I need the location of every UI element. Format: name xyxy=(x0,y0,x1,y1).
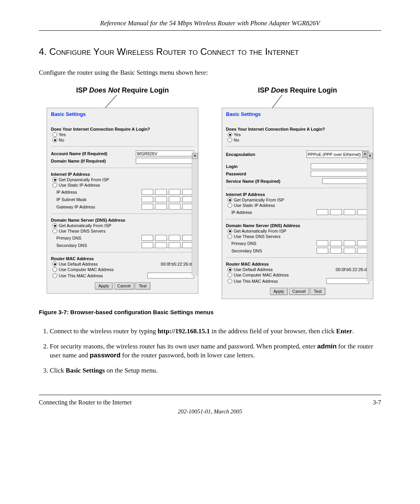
primary-dns-input[interactable]: ... xyxy=(142,235,194,241)
heading-em: Does Not xyxy=(89,86,120,94)
radio-icon xyxy=(52,132,57,137)
text: For security reasons, the wireless route… xyxy=(50,343,317,350)
dns-auto-label: Get Automatically From ISP xyxy=(59,223,111,228)
test-button[interactable]: Test xyxy=(310,288,325,295)
mac-computer-label: Use Computer MAC Address xyxy=(59,267,114,272)
secondary-dns-input[interactable]: ... xyxy=(317,248,369,254)
page-footer: Connecting the Router to the Internet 3-… xyxy=(39,395,381,406)
footer-left: Connecting the Router to the Internet xyxy=(39,399,132,406)
service-name-label: Service Name (If Required) xyxy=(226,179,322,184)
ip-dyn-option[interactable]: Get Dynamically From ISP xyxy=(226,198,369,202)
text: for the router password, both in lower c… xyxy=(121,352,255,359)
divider xyxy=(226,219,369,219)
text: Connect to the wireless router by typing xyxy=(50,327,158,335)
ip-input[interactable]: ... xyxy=(142,189,194,195)
divider xyxy=(51,214,194,214)
mac-this-option[interactable]: Use This MAC Address xyxy=(226,278,369,284)
pointer-wrap xyxy=(47,96,198,108)
service-name-input[interactable] xyxy=(322,178,369,184)
text: Click xyxy=(50,367,66,374)
text: Enter xyxy=(336,327,352,335)
domain-name-label: Domain Name (If Required) xyxy=(51,159,136,163)
password-text: password xyxy=(89,352,120,359)
encapsulation-label: Encapsulation xyxy=(226,152,306,157)
page-header: Reference Manual for the 54 Mbps Wireles… xyxy=(39,19,381,31)
radio-icon xyxy=(228,198,232,202)
test-button[interactable]: Test xyxy=(135,282,150,289)
dns-heading: Domain Name Server (DNS) Address xyxy=(51,218,194,222)
primary-dns-label: Primary DNS xyxy=(231,241,317,246)
ip-address-row: IP Address... xyxy=(226,209,369,215)
dns-these-option[interactable]: Use These DNS Servers xyxy=(226,234,369,239)
mac-computer-option[interactable]: Use Computer MAC Address xyxy=(51,267,194,272)
mac-this-input[interactable] xyxy=(326,278,369,284)
mac-default-option[interactable]: Use Default Address00:0f:b5:22:26:de xyxy=(51,262,194,266)
radio-yes[interactable]: Yes xyxy=(51,132,194,137)
radio-yes-label: Yes xyxy=(234,132,241,137)
section-heading: 4. Configure Your Wireless Router to Con… xyxy=(39,46,381,57)
figure-columns: ISP Does Not Require Login ▲ Basic Setti… xyxy=(39,86,381,299)
radio-yes[interactable]: Yes xyxy=(226,132,369,137)
scroll-up-icon[interactable]: ▲ xyxy=(192,153,198,159)
ip-dyn-option[interactable]: Get Dynamically From ISP xyxy=(51,177,194,182)
radio-icon xyxy=(228,267,232,272)
mac-this-option[interactable]: Use This MAC Address xyxy=(51,273,194,278)
step-1: Connect to the wireless router by typing… xyxy=(50,327,381,336)
radio-icon xyxy=(52,223,57,228)
service-name-row: Service Name (If Required) xyxy=(226,178,369,184)
subnet-input[interactable]: ... xyxy=(142,196,194,202)
secondary-dns-input[interactable]: ... xyxy=(142,242,194,248)
primary-dns-input[interactable]: ... xyxy=(317,240,369,246)
radio-icon xyxy=(228,279,232,284)
panel-title: Basic Settings xyxy=(51,111,194,117)
mac-this-input[interactable] xyxy=(147,273,194,278)
mac-this-label: Use This MAC Address xyxy=(59,273,103,278)
basic-settings-panel-right: ▲ Basic Settings Does Your Internet Conn… xyxy=(222,108,373,299)
radio-icon xyxy=(228,203,232,208)
ip-input[interactable]: ... xyxy=(317,209,369,215)
divider xyxy=(226,146,369,147)
dns-auto-option[interactable]: Get Automatically From ISP xyxy=(226,229,369,233)
panel-title: Basic Settings xyxy=(226,111,369,117)
mac-default-label: Use Default Address xyxy=(59,262,98,266)
section-number: 4. xyxy=(39,46,47,57)
password-input[interactable] xyxy=(311,171,369,177)
dns-these-option[interactable]: Use These DNS Servers xyxy=(51,229,194,233)
scroll-up-icon[interactable]: ▲ xyxy=(367,153,373,159)
ip-static-option[interactable]: Use Static IP Address xyxy=(226,203,369,208)
mac-computer-option[interactable]: Use Computer MAC Address xyxy=(226,273,369,277)
encapsulation-select[interactable]: PPPoE (PPP over Ethernet) ▼ xyxy=(306,150,369,158)
radio-icon xyxy=(52,177,57,182)
mac-default-option[interactable]: Use Default Address00:0f:b5:22:26:de xyxy=(226,267,369,272)
ip-static-option[interactable]: Use Static IP Address xyxy=(51,183,194,187)
account-name-input[interactable] xyxy=(136,150,194,156)
radio-icon xyxy=(52,183,57,187)
divider xyxy=(226,188,369,188)
apply-button[interactable]: Apply xyxy=(95,282,113,289)
domain-name-input[interactable] xyxy=(136,158,194,164)
primary-dns-row: Primary DNS... xyxy=(226,240,369,246)
radio-icon xyxy=(52,229,57,233)
cancel-button[interactable]: Cancel xyxy=(114,282,134,289)
radio-no[interactable]: No xyxy=(226,138,369,142)
steps-list: Connect to the wireless router by typing… xyxy=(39,327,381,375)
radio-no[interactable]: No xyxy=(51,138,194,142)
doc-number: 202-10051-01, March 2005 xyxy=(39,408,381,415)
internet-ip-heading: Internet IP Address xyxy=(226,192,369,197)
scrollbar[interactable]: ▲ xyxy=(192,153,198,276)
divider xyxy=(226,257,369,258)
login-question: Does Your Internet Connection Require A … xyxy=(51,127,194,131)
scrollbar[interactable]: ▲ xyxy=(367,153,373,281)
radio-icon xyxy=(52,273,57,278)
login-input[interactable] xyxy=(311,163,369,169)
gateway-label: Gateway IP Address xyxy=(56,205,142,209)
mac-this-label: Use This MAC Address xyxy=(234,279,278,284)
cancel-button[interactable]: Cancel xyxy=(289,288,309,295)
primary-dns-row: Primary DNS... xyxy=(51,235,194,241)
gateway-input[interactable]: ... xyxy=(142,204,194,210)
section-title: Configure Your Wireless Router to Connec… xyxy=(49,46,299,57)
dns-auto-option[interactable]: Get Automatically From ISP xyxy=(51,223,194,228)
apply-button[interactable]: Apply xyxy=(270,288,288,295)
gateway-row: Gateway IP Address... xyxy=(51,204,194,210)
text: in the address field of your browser, th… xyxy=(210,327,336,335)
